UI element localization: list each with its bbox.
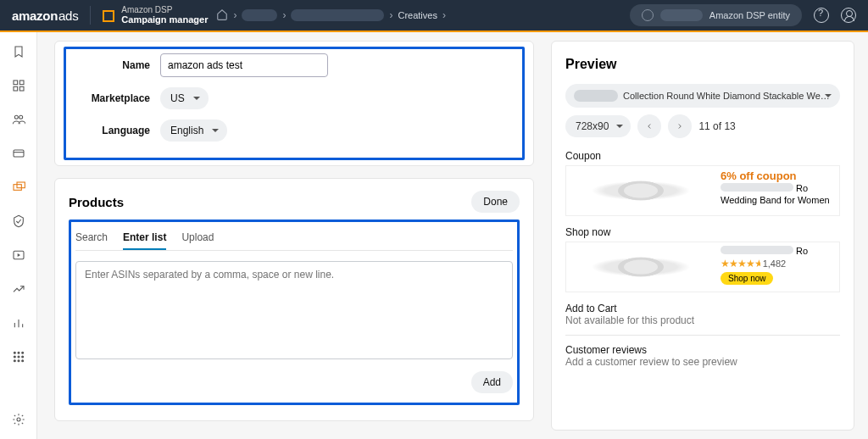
redacted-text (721, 183, 793, 192)
language-value[interactable]: English (160, 119, 227, 142)
done-button[interactable]: Done (471, 191, 520, 213)
prev-button[interactable] (637, 114, 661, 138)
svg-point-4 (14, 115, 18, 119)
tab-enter-list[interactable]: Enter list (123, 226, 166, 250)
shopnow-label: Shop now (565, 226, 840, 238)
logo-main: amazon (12, 8, 58, 23)
name-label: Name (72, 59, 160, 71)
svg-rect-9 (17, 182, 25, 188)
asin-redacted (574, 90, 618, 102)
ad-image (566, 166, 715, 215)
chevron-right-icon: › (389, 9, 392, 21)
divider (90, 6, 91, 25)
dashboard-icon[interactable] (11, 78, 26, 93)
asin-selector[interactable]: Collection Round White Diamond Stackable… (565, 84, 840, 108)
product-tabs: Search Enter list Upload (75, 226, 513, 251)
breadcrumb-redacted[interactable] (242, 9, 277, 21)
help-icon[interactable] (814, 8, 829, 23)
play-icon[interactable] (11, 247, 26, 263)
card-icon[interactable] (11, 146, 26, 161)
svg-point-16 (21, 352, 23, 353)
settings-highlight: Name Marketplace US Language English (64, 47, 525, 160)
bookmark-icon[interactable] (11, 44, 26, 59)
addtocart-label: Add to Cart (565, 303, 840, 314)
language-label: Language (72, 125, 160, 136)
preview-card: Preview Collection Round White Diamond S… (551, 41, 854, 431)
marketplace-select[interactable]: US (160, 87, 209, 109)
star-rating-icon: ★★★★★ (721, 258, 760, 270)
asin-text: Collection Round White Diamond Stackable… (623, 91, 832, 101)
svg-rect-6 (14, 150, 24, 157)
breadcrumb-creatives[interactable]: Creatives (398, 10, 437, 20)
ring-icon (618, 181, 664, 201)
audience-icon[interactable] (11, 112, 26, 127)
tab-upload[interactable]: Upload (181, 226, 214, 250)
preview-heading: Preview (565, 57, 840, 72)
svg-rect-2 (14, 86, 18, 91)
svg-point-5 (19, 115, 22, 119)
svg-point-19 (21, 356, 23, 358)
report-icon[interactable] (11, 315, 26, 331)
asin-textarea[interactable] (75, 261, 513, 359)
tab-search[interactable]: Search (75, 226, 108, 250)
svg-point-18 (18, 356, 19, 358)
account-icon[interactable] (841, 8, 856, 23)
svg-rect-1 (19, 81, 24, 85)
apps-icon[interactable] (11, 349, 26, 364)
name-input[interactable] (160, 53, 328, 77)
redacted-text (721, 246, 793, 254)
shield-icon[interactable] (11, 214, 26, 229)
chevron-right-icon: › (233, 9, 236, 21)
ad-image (566, 242, 715, 292)
svg-point-15 (18, 352, 19, 353)
add-button[interactable]: Add (471, 371, 513, 393)
language-row: Language English (72, 119, 516, 142)
coupon-line2: Wedding Band for Women (721, 195, 834, 207)
creative-icon[interactable] (11, 180, 26, 195)
amazon-ads-logo: amazonads (12, 8, 78, 23)
pager-text: 11 of 13 (698, 120, 735, 132)
breadcrumb-redacted[interactable] (291, 9, 384, 21)
reviews-label: Customer reviews (565, 344, 840, 356)
language-select[interactable]: English (160, 119, 227, 142)
breadcrumb: › › › Creatives › (216, 8, 445, 23)
products-heading: Products (69, 195, 124, 209)
marketplace-row: Marketplace US (72, 87, 516, 109)
addtocart-sub: Not available for this product (565, 314, 840, 326)
next-button[interactable] (668, 114, 692, 138)
logo-suffix: ads (58, 8, 78, 23)
main-content: Name Marketplace US Language English (37, 32, 868, 439)
product-name: Amazon DSP (121, 5, 208, 14)
globe-icon (642, 9, 654, 21)
svg-rect-3 (19, 86, 24, 91)
text-suffix: Ro (796, 246, 808, 256)
svg-point-22 (21, 360, 23, 362)
ad-preview-coupon: 6% off coupon Ro Wedding Band for Women (565, 165, 840, 216)
svg-rect-0 (14, 81, 18, 85)
creative-settings-card: Name Marketplace US Language English (54, 41, 534, 166)
svg-rect-8 (14, 185, 21, 191)
review-count: 1,482 (763, 258, 787, 269)
entity-redacted (660, 9, 703, 21)
size-value: 728x90 (576, 120, 609, 132)
ring-icon (618, 258, 664, 277)
settings-icon[interactable] (11, 412, 26, 427)
svg-point-17 (14, 356, 15, 358)
size-selector[interactable]: 728x90 (565, 115, 631, 137)
entity-selector[interactable]: Amazon DSP entity (630, 4, 802, 26)
home-icon[interactable] (216, 8, 228, 23)
chevron-right-icon: › (282, 9, 286, 21)
trend-icon[interactable] (11, 281, 26, 297)
svg-point-14 (14, 352, 15, 353)
coupon-label: Coupon (565, 150, 840, 162)
shop-now-button[interactable]: Shop now (721, 272, 773, 285)
products-highlight: Search Enter list Upload Add (69, 220, 520, 405)
marketplace-value[interactable]: US (160, 87, 209, 109)
app-name: Campaign manager (121, 14, 208, 25)
top-bar: amazonads Amazon DSP Campaign manager › … (0, 0, 868, 32)
name-row: Name (72, 53, 516, 77)
chevron-right-icon: › (442, 9, 446, 21)
ad-preview-shopnow: Ro ★★★★★ 1,482 Shop now (565, 242, 840, 292)
text-suffix: Ro (796, 183, 808, 193)
entity-label: Amazon DSP entity (709, 10, 790, 20)
